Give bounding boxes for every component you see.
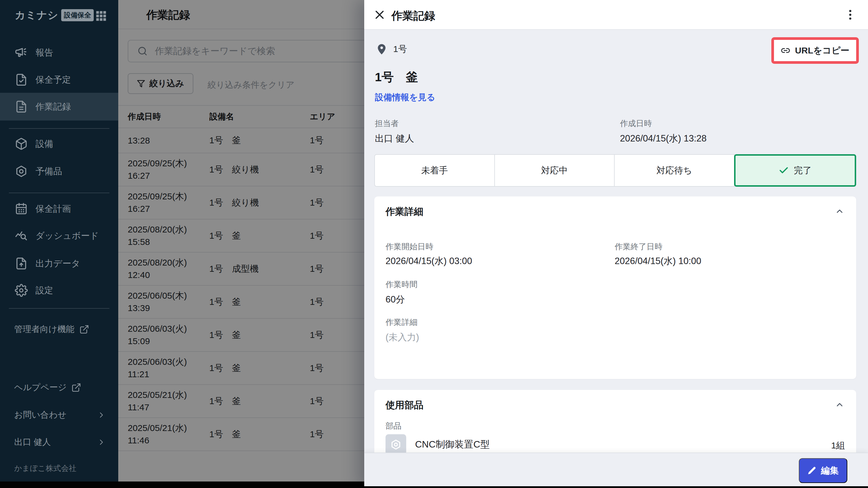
admin-features-label: 管理者向け機能	[14, 323, 74, 335]
location-pin-icon	[377, 44, 386, 55]
chevron-right-icon	[97, 411, 106, 420]
contact-label: お問い合わせ	[14, 409, 66, 421]
sidebar-item-label: 設備	[35, 138, 53, 150]
window-bottom-edge	[0, 486, 868, 488]
close-icon[interactable]	[374, 9, 385, 21]
sidebar-item-label: 設定	[35, 285, 53, 297]
help-label: ヘルプページ	[14, 382, 66, 393]
company-name: かまぼこ株式会社	[14, 463, 76, 474]
gear-icon	[15, 284, 28, 297]
sidebar-item-equipment[interactable]: 設備	[0, 130, 118, 158]
sidebar-divider	[9, 193, 110, 193]
sidebar-item-settings[interactable]: 設定	[0, 277, 118, 304]
cube-icon	[15, 137, 28, 150]
used-parts-card-title: 使用部品	[385, 399, 423, 412]
sidebar-item-label: ダッシュボード	[35, 230, 99, 242]
status-not-started[interactable]: 未着手	[374, 154, 495, 187]
end-label: 作業終了日時	[615, 241, 662, 252]
status-label: 未着手	[421, 165, 448, 177]
status-done[interactable]: 完了	[734, 154, 857, 187]
sidebar-item-work-records[interactable]: 作業記録	[0, 93, 118, 121]
status-label: 対応中	[541, 165, 568, 177]
end-value: 2026/04/15(水) 10:00	[615, 255, 701, 267]
part-nut-icon	[385, 434, 406, 455]
logo-text: カミナシ	[15, 8, 58, 22]
sidebar-item-label: 報告	[35, 47, 53, 59]
sidebar-divider	[9, 128, 110, 129]
edit-button-label: 編集	[821, 465, 839, 477]
part-name: CNC制御装置C型	[415, 438, 490, 451]
external-link-icon	[71, 383, 81, 393]
check-icon	[778, 165, 789, 176]
sidebar-item-label: 保全計画	[35, 203, 71, 215]
document-lines-icon	[15, 100, 28, 113]
created-value: 2026/04/15(水) 13:28	[620, 132, 707, 145]
sidebar-divider	[9, 308, 110, 309]
sidebar-item-spare-parts[interactable]: 予備品	[0, 158, 118, 185]
sidebar-item-label: 保全予定	[35, 74, 71, 86]
app-root: カミナシ 設備保全 報告 保全予定 作業記録 設備 予備品	[0, 0, 868, 488]
sidebar-link-contact[interactable]: お問い合わせ	[0, 402, 118, 428]
part-list-item: CNC制御装置C型	[385, 434, 490, 455]
sidebar-item-label: 予備品	[35, 165, 62, 177]
duration-label: 作業時間	[385, 279, 417, 290]
sidebar-item-maintenance-schedule[interactable]: 保全予定	[0, 66, 118, 93]
sidebar-item-export-data[interactable]: 出力データ	[0, 250, 118, 277]
edit-button[interactable]: 編集	[799, 458, 847, 483]
drawer-title: 作業記録	[392, 8, 435, 23]
start-value: 2026/04/15(水) 03:00	[385, 255, 472, 267]
drawer-footer: 編集	[364, 453, 868, 488]
detail-label: 作業詳細	[385, 317, 417, 328]
logo: カミナシ 設備保全	[0, 0, 118, 30]
work-detail-card-title: 作業詳細	[385, 205, 423, 218]
chevron-right-icon	[97, 438, 106, 447]
copy-url-highlight: URLをコピー	[771, 37, 859, 64]
work-record-drawer: 作業記録 1号 URLをコピー 1号 釜 設備情報を見る 担当者 出口 健人 作…	[364, 0, 868, 488]
created-label: 作成日時	[620, 118, 652, 129]
status-waiting[interactable]: 対応待ち	[614, 154, 735, 187]
drawer-header: 作業記録	[364, 0, 868, 30]
sidebar-item-label: 出力データ	[35, 258, 80, 270]
part-quantity: 1組	[831, 440, 845, 452]
chevron-up-icon[interactable]	[835, 206, 844, 216]
status-label: 完了	[794, 165, 811, 177]
logo-badge: 設備保全	[61, 9, 94, 21]
assignee-label: 担当者	[375, 118, 399, 129]
equipment-info-link[interactable]: 設備情報を見る	[375, 92, 435, 103]
kebab-menu-icon[interactable]	[844, 8, 857, 21]
status-label: 対応待ち	[656, 165, 692, 177]
area-row: 1号	[377, 43, 407, 55]
area-label: 1号	[393, 43, 407, 55]
link-icon	[781, 46, 790, 55]
sidebar-item-maintenance-plan[interactable]: 保全計画	[0, 195, 118, 222]
user-name-label: 出口 健人	[14, 436, 51, 448]
sidebar-item-report[interactable]: 報告	[0, 39, 118, 66]
sidebar-item-label: 作業記録	[35, 101, 71, 113]
document-upload-icon	[15, 257, 28, 270]
external-link-icon	[79, 324, 89, 334]
status-segments: 未着手 対応中 対応待ち 完了	[374, 154, 856, 187]
nut-icon	[15, 165, 28, 178]
detail-value: (未入力)	[385, 331, 419, 344]
status-in-progress[interactable]: 対応中	[494, 154, 615, 187]
sidebar-link-admin-features[interactable]: 管理者向け機能	[0, 316, 118, 343]
sidebar: カミナシ 設備保全 報告 保全予定 作業記録 設備 予備品	[0, 0, 118, 488]
calendar-icon	[15, 202, 28, 215]
sidebar-item-dashboard[interactable]: ダッシュボード	[0, 222, 118, 249]
assignee-value: 出口 健人	[375, 132, 414, 145]
modal-overlay	[118, 0, 364, 488]
chart-search-icon	[15, 229, 28, 242]
copy-url-button[interactable]: URLをコピー	[781, 44, 849, 57]
megaphone-icon	[15, 46, 28, 59]
copy-url-label: URLをコピー	[795, 44, 849, 57]
document-check-icon	[15, 73, 28, 86]
chevron-up-icon[interactable]	[835, 400, 844, 410]
work-detail-card: 作業詳細 作業開始日時 2026/04/15(水) 03:00 作業終了日時 2…	[374, 196, 856, 379]
duration-value: 60分	[385, 293, 405, 306]
record-title: 1号 釜	[375, 69, 418, 85]
sidebar-user-menu[interactable]: 出口 健人	[0, 429, 118, 455]
pencil-icon	[807, 466, 816, 475]
app-switcher-icon[interactable]	[96, 11, 106, 21]
sidebar-link-help[interactable]: ヘルプページ	[0, 375, 118, 400]
parts-label: 部品	[385, 421, 401, 431]
